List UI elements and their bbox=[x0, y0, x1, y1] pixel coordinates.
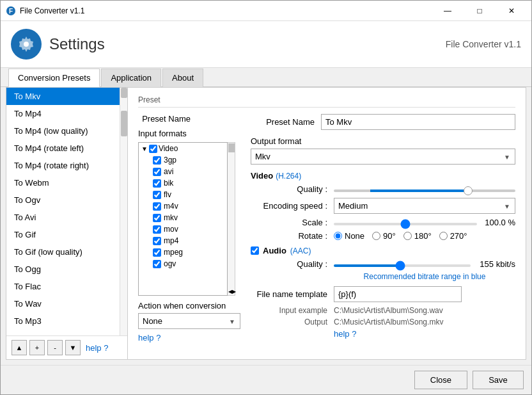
tree-m4v[interactable]: m4v bbox=[139, 200, 227, 212]
sidebar: To Mkv To Mp4 To Mp4 (low quality) To Mp… bbox=[6, 88, 128, 359]
rotate-label: Rotate : bbox=[251, 231, 334, 241]
sidebar-item-to-flac[interactable]: To Flac bbox=[6, 278, 120, 295]
rotate-180[interactable]: 180° bbox=[403, 231, 432, 241]
m4v-checkbox[interactable] bbox=[153, 202, 161, 211]
tree-scroll-right[interactable]: ▶ bbox=[232, 289, 236, 294]
encoding-speed-label: Encoding speed : bbox=[251, 201, 334, 211]
action-select[interactable]: None Open folder Nothing bbox=[138, 313, 240, 329]
remove-button[interactable]: - bbox=[47, 340, 63, 355]
title-bar-controls: ― □ ✕ bbox=[433, 1, 526, 21]
tree-3gp[interactable]: 3gp bbox=[139, 154, 227, 166]
close-button[interactable]: Close bbox=[414, 371, 467, 389]
main-panel: Preset Preset Name Input formats bbox=[128, 88, 526, 359]
scale-slider[interactable] bbox=[334, 223, 477, 225]
rotate-none[interactable]: None bbox=[334, 231, 364, 241]
title-bar: F File Converter v1.1 ― □ ✕ bbox=[1, 1, 531, 21]
scale-value: 100.0 % bbox=[477, 218, 515, 227]
tree-container[interactable]: ▼ Video 3gp avi bbox=[138, 142, 228, 296]
template-help-link[interactable]: help ? bbox=[334, 329, 356, 339]
output-value: C:\Music\Artist\Album\Song.mkv bbox=[334, 318, 443, 326]
save-button[interactable]: Save bbox=[473, 371, 524, 389]
flv-checkbox[interactable] bbox=[153, 191, 161, 199]
tree-ogv[interactable]: ogv bbox=[139, 258, 227, 270]
sidebar-item-to-ogv[interactable]: To Ogv bbox=[6, 191, 120, 209]
sidebar-item-to-mkv[interactable]: To Mkv bbox=[6, 88, 120, 105]
sidebar-item-to-wav[interactable]: To Wav bbox=[6, 295, 120, 312]
sidebar-item-to-avi[interactable]: To Avi bbox=[6, 209, 120, 226]
sidebar-controls: ▲ + - ▼ help ? bbox=[6, 335, 127, 359]
encoding-speed-select[interactable]: Slow Medium Fast bbox=[334, 198, 515, 214]
input-example-value: C:\Music\Artist\Album\Song.wav bbox=[334, 306, 443, 315]
output-format-wrapper: Mkv Mp4 Avi Webm bbox=[251, 149, 515, 165]
sidebar-item-to-webm[interactable]: To Webm bbox=[6, 174, 120, 191]
mpeg-checkbox[interactable] bbox=[153, 248, 161, 257]
tab-conversion-presets[interactable]: Conversion Presets bbox=[8, 69, 100, 87]
close-window-button[interactable]: ✕ bbox=[497, 1, 526, 21]
move-down-button[interactable]: ▼ bbox=[65, 340, 81, 355]
tree-scroll: ▼ Video 3gp avi bbox=[138, 142, 240, 296]
app-icon: F bbox=[6, 6, 16, 16]
encoding-speed-wrapper: Slow Medium Fast bbox=[334, 198, 515, 214]
audio-section-header: Audio bbox=[263, 246, 286, 255]
audio-enabled-checkbox[interactable] bbox=[251, 246, 259, 255]
header: Settings File Converter v1.1 bbox=[1, 21, 531, 68]
tree-mp4[interactable]: mp4 bbox=[139, 235, 227, 246]
input-formats-section: Input formats ▼ Video 3gp bbox=[138, 129, 240, 296]
sidebar-scrollbar[interactable] bbox=[120, 88, 127, 335]
tab-about[interactable]: About bbox=[162, 69, 203, 87]
preset-name-row: Preset Name bbox=[138, 114, 240, 124]
3gp-checkbox[interactable] bbox=[153, 156, 161, 165]
ogv-checkbox[interactable] bbox=[153, 260, 161, 268]
preset-list: To Mkv To Mp4 To Mp4 (low quality) To Mp… bbox=[6, 88, 120, 335]
sidebar-item-to-ogg[interactable]: To Ogg bbox=[6, 261, 120, 278]
tree-mpeg[interactable]: mpeg bbox=[139, 246, 227, 258]
tree-mov[interactable]: mov bbox=[139, 223, 227, 235]
rotate-270[interactable]: 270° bbox=[439, 231, 467, 241]
output-format-select[interactable]: Mkv Mp4 Avi Webm bbox=[251, 149, 515, 165]
tree-flv[interactable]: flv bbox=[139, 189, 227, 200]
mp4-checkbox[interactable] bbox=[153, 237, 161, 245]
tab-application[interactable]: Application bbox=[101, 69, 161, 87]
sidebar-item-to-gif-low[interactable]: To Gif (low quality) bbox=[6, 243, 120, 261]
input-example-label: Input example bbox=[251, 306, 334, 315]
settings-icon bbox=[11, 29, 42, 60]
sidebar-item-to-mp4[interactable]: To Mp4 bbox=[6, 105, 120, 122]
sidebar-item-to-mp4-right[interactable]: To Mp4 (rotate right) bbox=[6, 157, 120, 174]
sidebar-help-link[interactable]: help ? bbox=[86, 343, 108, 353]
tree-bik[interactable]: bik bbox=[139, 177, 227, 189]
preset-name-input[interactable] bbox=[321, 114, 515, 130]
sidebar-item-to-mp4-low[interactable]: To Mp4 (low quality) bbox=[6, 122, 120, 140]
maximize-button[interactable]: □ bbox=[465, 1, 494, 21]
mov-checkbox[interactable] bbox=[153, 225, 161, 234]
bik-checkbox[interactable] bbox=[153, 179, 161, 188]
video-quality-slider[interactable] bbox=[334, 189, 515, 192]
preset-name-label: Preset Name bbox=[138, 114, 196, 124]
audio-checkbox-label[interactable]: Audio bbox=[251, 246, 286, 255]
tree-avi[interactable]: avi bbox=[139, 166, 227, 177]
action-select-wrapper: None Open folder Nothing bbox=[138, 313, 240, 329]
header-left: Settings bbox=[11, 29, 105, 60]
audio-quality-slider[interactable] bbox=[334, 264, 471, 267]
add-button[interactable]: + bbox=[29, 340, 45, 355]
tree-mkv[interactable]: mkv bbox=[139, 212, 227, 223]
right-settings: Preset Name Output format Mkv Mp4 Avi We… bbox=[251, 114, 515, 343]
minimize-button[interactable]: ― bbox=[433, 1, 462, 21]
sidebar-item-to-mp3[interactable]: To Mp3 bbox=[6, 312, 120, 330]
main-window: F File Converter v1.1 ― □ ✕ Settings Fil… bbox=[0, 0, 532, 395]
bottom-bar: Close Save bbox=[1, 365, 531, 394]
move-up-button[interactable]: ▲ bbox=[12, 340, 27, 355]
title-bar-text: File Converter v1.1 bbox=[20, 6, 433, 15]
audio-quality-label: Quality : bbox=[251, 259, 334, 269]
output-label: Output bbox=[251, 318, 334, 326]
video-checkbox[interactable] bbox=[149, 145, 157, 153]
sidebar-item-to-mp4-left[interactable]: To Mp4 (rotate left) bbox=[6, 140, 120, 157]
rotate-90[interactable]: 90° bbox=[372, 231, 396, 241]
content-area: To Mkv To Mp4 To Mp4 (low quality) To Mp… bbox=[6, 87, 526, 360]
sidebar-item-to-gif[interactable]: To Gif bbox=[6, 226, 120, 243]
rotate-options: None 90° 180° 270° bbox=[334, 231, 467, 241]
avi-checkbox[interactable] bbox=[153, 168, 161, 176]
file-name-template-input[interactable] bbox=[334, 286, 462, 302]
action-help-link[interactable]: help ? bbox=[138, 333, 160, 343]
tree-video-parent[interactable]: ▼ Video bbox=[139, 143, 227, 154]
mkv-checkbox[interactable] bbox=[153, 214, 161, 222]
